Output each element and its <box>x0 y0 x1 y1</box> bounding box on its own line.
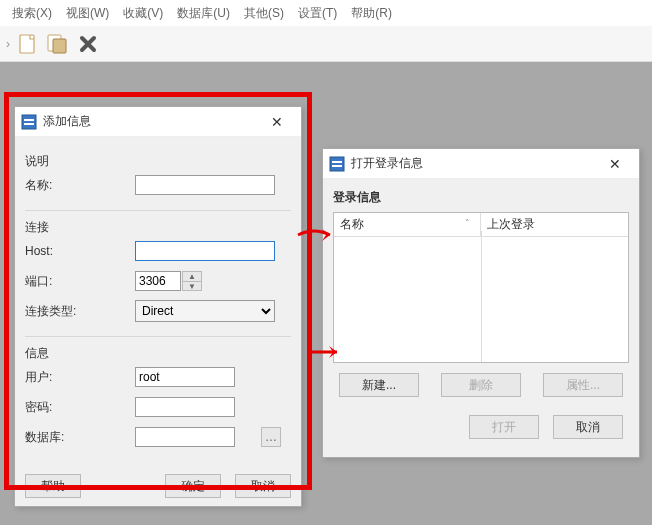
column-lastlogin[interactable]: 上次登录 <box>481 213 628 236</box>
label-conntype: 连接类型: <box>25 303 135 320</box>
label-database: 数据库: <box>25 429 135 446</box>
properties-button[interactable]: 属性... <box>543 373 623 397</box>
app-icon <box>329 156 345 172</box>
new-file-icon[interactable] <box>16 32 40 56</box>
menubar: 搜索(X) 视图(W) 收藏(V) 数据库(U) 其他(S) 设置(T) 帮助(… <box>0 0 652 26</box>
conntype-select[interactable]: Direct <box>135 300 275 322</box>
label-name: 名称: <box>25 177 135 194</box>
dialog-add-titlebar: 添加信息 ✕ <box>15 107 301 137</box>
svg-rect-3 <box>22 115 36 129</box>
ok-button[interactable]: 确定 <box>165 474 221 498</box>
user-field[interactable] <box>135 367 235 387</box>
label-port: 端口: <box>25 273 135 290</box>
dialog-add-title: 添加信息 <box>43 113 91 130</box>
dialog-open-login: 打开登录信息 ✕ 登录信息 名称 ˄ 上次登录 新建... 删除 属性... 打… <box>322 148 640 458</box>
toolbar: › <box>0 26 652 62</box>
svg-rect-7 <box>332 161 342 163</box>
label-user: 用户: <box>25 369 135 386</box>
dialog-add-close-button[interactable]: ✕ <box>259 110 295 134</box>
app-icon <box>21 114 37 130</box>
menu-other[interactable]: 其他(S) <box>238 3 290 24</box>
new-button[interactable]: 新建... <box>339 373 419 397</box>
menu-view[interactable]: 视图(W) <box>60 3 115 24</box>
password-field[interactable] <box>135 397 235 417</box>
name-field[interactable] <box>135 175 275 195</box>
svg-rect-8 <box>332 165 342 167</box>
open-cancel-button[interactable]: 取消 <box>553 415 623 439</box>
svg-rect-4 <box>24 119 34 121</box>
column-name[interactable]: 名称 ˄ <box>334 213 481 236</box>
cancel-button[interactable]: 取消 <box>235 474 291 498</box>
database-field[interactable] <box>135 427 235 447</box>
database-browse-button[interactable]: … <box>261 427 281 447</box>
dialog-open-close-button[interactable]: ✕ <box>597 152 633 176</box>
section-info: 信息 <box>25 345 291 362</box>
svg-rect-0 <box>20 35 34 53</box>
login-list[interactable]: 名称 ˄ 上次登录 <box>333 212 629 363</box>
menu-settings[interactable]: 设置(T) <box>292 3 343 24</box>
dialog-add-info: 添加信息 ✕ 说明 名称: 连接 Host: 端口: ▲ ▼ <box>14 106 302 507</box>
help-button[interactable]: 帮助 <box>25 474 81 498</box>
close-icon[interactable] <box>76 32 100 56</box>
svg-rect-6 <box>330 157 344 171</box>
label-password: 密码: <box>25 399 135 416</box>
port-up-button[interactable]: ▲ <box>182 271 202 281</box>
section-description: 说明 <box>25 153 291 170</box>
delete-button[interactable]: 删除 <box>441 373 521 397</box>
sort-caret-icon: ˄ <box>465 218 470 228</box>
section-connection: 连接 <box>25 219 291 236</box>
open-button[interactable]: 打开 <box>469 415 539 439</box>
dialog-open-title: 打开登录信息 <box>351 155 423 172</box>
open-file-icon[interactable] <box>46 32 70 56</box>
login-list-body[interactable] <box>334 237 628 362</box>
port-field[interactable] <box>135 271 181 291</box>
menu-favorites[interactable]: 收藏(V) <box>117 3 169 24</box>
login-info-group-label: 登录信息 <box>333 187 629 208</box>
menu-search[interactable]: 搜索(X) <box>6 3 58 24</box>
menu-help[interactable]: 帮助(R) <box>345 3 398 24</box>
svg-rect-2 <box>53 39 66 53</box>
svg-rect-5 <box>24 123 34 125</box>
menu-database[interactable]: 数据库(U) <box>171 3 236 24</box>
host-field[interactable] <box>135 241 275 261</box>
dialog-open-titlebar: 打开登录信息 ✕ <box>323 149 639 179</box>
port-down-button[interactable]: ▼ <box>182 281 202 291</box>
label-host: Host: <box>25 244 135 258</box>
